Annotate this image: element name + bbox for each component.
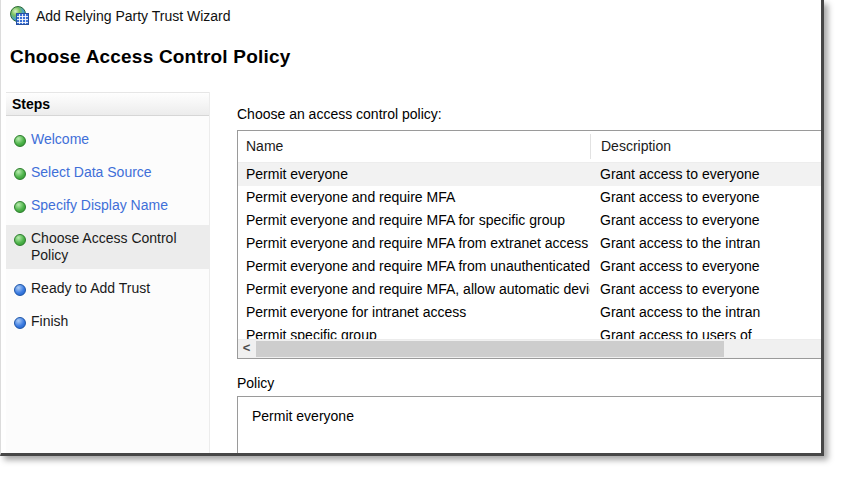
policy-description-cell: Grant access to the intran bbox=[590, 301, 824, 324]
title-bar: Add Relying Party Trust Wizard bbox=[10, 6, 231, 25]
policy-name-cell: Permit specific group bbox=[238, 324, 590, 340]
policy-section-label: Policy bbox=[237, 375, 274, 391]
table-label: Choose an access control policy: bbox=[237, 106, 442, 122]
policy-description-cell: Grant access to everyone bbox=[590, 186, 824, 209]
sidebar-step[interactable]: Select Data Source bbox=[6, 159, 209, 186]
policy-row[interactable]: Permit everyone for intranet accessGrant… bbox=[238, 301, 824, 324]
policy-row[interactable]: Permit everyoneGrant access to everyone bbox=[238, 163, 824, 186]
page-title: Choose Access Control Policy bbox=[10, 46, 290, 68]
scrollbar-thumb[interactable] bbox=[256, 341, 724, 357]
step-bullet-icon bbox=[14, 168, 26, 180]
policy-name-cell: Permit everyone and require MFA from una… bbox=[238, 255, 590, 278]
policy-value: Permit everyone bbox=[252, 408, 354, 424]
policy-table-rows: Permit everyoneGrant access to everyoneP… bbox=[238, 163, 824, 340]
policy-name-cell: Permit everyone and require MFA bbox=[238, 186, 590, 209]
horizontal-scrollbar[interactable]: < bbox=[238, 339, 824, 358]
policy-description-cell: Grant access to everyone bbox=[590, 209, 824, 232]
step-bullet-icon bbox=[14, 284, 26, 296]
window-title: Add Relying Party Trust Wizard bbox=[36, 8, 231, 24]
step-bullet-icon bbox=[14, 234, 26, 246]
policy-row[interactable]: Permit everyone and require MFA from una… bbox=[238, 255, 824, 278]
column-header-description[interactable]: Description bbox=[590, 134, 824, 159]
scroll-left-arrow-icon[interactable]: < bbox=[238, 340, 255, 357]
policy-description-cell: Grant access to the intran bbox=[590, 232, 824, 255]
steps-list: WelcomeSelect Data SourceSpecify Display… bbox=[6, 116, 209, 335]
step-bullet-icon bbox=[14, 201, 26, 213]
step-label: Ready to Add Trust bbox=[31, 280, 150, 296]
building-icon bbox=[16, 13, 29, 25]
sidebar-step: Finish bbox=[6, 308, 209, 335]
wizard-window: Add Relying Party Trust Wizard Choose Ac… bbox=[0, 0, 824, 456]
steps-sidebar: Steps WelcomeSelect Data SourceSpecify D… bbox=[6, 92, 210, 453]
policy-row[interactable]: Permit everyone and require MFAGrant acc… bbox=[238, 186, 824, 209]
sidebar-step[interactable]: Specify Display Name bbox=[6, 192, 209, 219]
policy-table-header: Name Description bbox=[238, 131, 824, 163]
step-label: Select Data Source bbox=[31, 164, 152, 180]
policy-name-cell: Permit everyone for intranet access bbox=[238, 301, 590, 324]
step-bullet-icon bbox=[14, 135, 26, 147]
policy-name-cell: Permit everyone and require MFA from ext… bbox=[238, 232, 590, 255]
policy-description-cell: Grant access to everyone bbox=[590, 163, 824, 186]
sidebar-step[interactable]: Welcome bbox=[6, 126, 209, 153]
policy-name-cell: Permit everyone and require MFA, allow a… bbox=[238, 278, 590, 301]
policy-table[interactable]: Name Description Permit everyoneGrant ac… bbox=[237, 130, 824, 359]
step-bullet-icon bbox=[14, 317, 26, 329]
policy-name-cell: Permit everyone bbox=[238, 163, 590, 186]
policy-detail-box: Permit everyone bbox=[237, 396, 824, 456]
step-label: Welcome bbox=[31, 131, 89, 147]
policy-row[interactable]: Permit specific groupGrant access to use… bbox=[238, 324, 824, 340]
policy-description-cell: Grant access to everyone bbox=[590, 255, 824, 278]
policy-name-cell: Permit everyone and require MFA for spec… bbox=[238, 209, 590, 232]
column-header-name[interactable]: Name bbox=[238, 131, 590, 162]
step-label: Choose Access Control Policy bbox=[31, 230, 177, 263]
policy-row[interactable]: Permit everyone and require MFA from ext… bbox=[238, 232, 824, 255]
adfs-trust-icon bbox=[10, 6, 29, 25]
sidebar-step: Ready to Add Trust bbox=[6, 275, 209, 302]
main-panel: Choose an access control policy: Name De… bbox=[229, 92, 821, 453]
step-label: Finish bbox=[31, 313, 68, 329]
policy-row[interactable]: Permit everyone and require MFA for spec… bbox=[238, 209, 824, 232]
sidebar-step: Choose Access Control Policy bbox=[6, 225, 209, 269]
steps-header: Steps bbox=[6, 92, 209, 116]
policy-description-cell: Grant access to everyone bbox=[590, 278, 824, 301]
step-label: Specify Display Name bbox=[31, 197, 168, 213]
policy-description-cell: Grant access to users of bbox=[590, 324, 824, 340]
policy-row[interactable]: Permit everyone and require MFA, allow a… bbox=[238, 278, 824, 301]
